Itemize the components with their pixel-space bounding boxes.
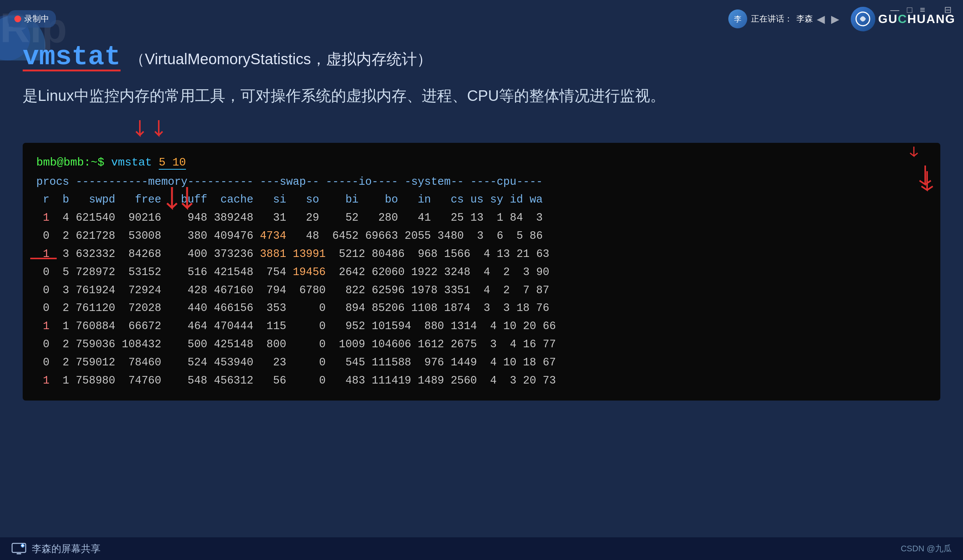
terminal-prompt-line: bmb@bmb:~$ vmstat 5 10: [36, 154, 927, 172]
table-row: 0 2 759012 78460 524 453940 23 0 545 111…: [36, 354, 927, 372]
table-row: 0 2 621728 53008 380 409476 4734 48 6452…: [36, 227, 927, 245]
title-subtitle: （VirtualMeomoryStatistics，虚拟内存统计）: [130, 49, 431, 70]
title-section: vmstat （VirtualMeomoryStatistics，虚拟内存统计）: [23, 42, 940, 73]
title-row: vmstat （VirtualMeomoryStatistics，虚拟内存统计）: [23, 42, 940, 73]
brand-logo: GUCHUANG: [851, 7, 955, 31]
brand-text: GUCHUANG: [878, 12, 955, 26]
bottom-left: 李森的屏幕共享: [11, 542, 101, 555]
table-row: 0 2 761120 72028 440 466156 353 0 894 85…: [36, 299, 927, 317]
vmstat-title-wrapper: vmstat: [23, 42, 120, 73]
recording-dot: [15, 16, 21, 22]
data-rows: 1 4 621540 90216 948 389248 31 29 52 280…: [36, 209, 927, 390]
table-row: 1 3 632332 84268 400 373236 3881 13991 5…: [36, 245, 927, 263]
table-row: 0 3 761924 72924 428 467160 794 6780 822…: [36, 282, 927, 299]
table-row: 1 4 621540 90216 948 389248 31 29 52 280…: [36, 209, 927, 227]
table-row: 1 1 760884 66672 464 470444 115 0 952 10…: [36, 317, 927, 335]
brand-suffix: HUANG: [908, 12, 955, 26]
svg-rect-4: [17, 553, 21, 554]
description-text: 是Linux中监控内存的常用工具，可对操作系统的虚拟内存、进程、CPU等的整体情…: [23, 84, 940, 107]
presenter-info: 李 正在讲话： 李森 ◀ ▶: [728, 10, 840, 28]
terminal-args: 5 10: [159, 156, 186, 170]
presenter-name: 李森: [796, 13, 813, 24]
table-row: 1 1 758980 74760 548 456312 56 0 483 111…: [36, 372, 927, 390]
terminal-prompt: bmb@bmb:~$: [36, 156, 104, 169]
brand-logo-icon: [851, 7, 875, 31]
presenter-prefix: 正在讲话：: [751, 13, 793, 24]
bottom-right-watermark: CSDN @九瓜: [901, 543, 952, 554]
bottom-bar: 李森的屏幕共享 CSDN @九瓜: [0, 537, 963, 560]
screen-share-label: 李森的屏幕共享: [32, 542, 101, 555]
arrow-area: [23, 118, 940, 141]
vmstat-title: vmstat: [23, 42, 120, 73]
top-bar: 录制中 李 正在讲话： 李森 ◀ ▶ GUCHUANG: [0, 0, 963, 38]
prev-icon[interactable]: ◀: [817, 13, 825, 25]
table-row: 0 5 728972 53152 516 421548 754 19456 26…: [36, 263, 927, 282]
terminal-header: procs -----------memory---------- ---swa…: [36, 173, 927, 191]
screen-share-icon: [11, 542, 26, 555]
terminal-command: vmstat: [111, 156, 159, 169]
terminal-col-headers: r b swpd free buff cache si so bi bo in …: [36, 191, 927, 209]
table-row: 0 2 759036 108432 500 425148 800 0 1009 …: [36, 335, 927, 354]
terminal-window: bmb@bmb:~$ vmstat 5 10 procs -----------…: [23, 143, 940, 401]
presenter-controls: ◀ ▶: [817, 13, 840, 25]
main-content: vmstat （VirtualMeomoryStatistics，虚拟内存统计）…: [23, 42, 940, 401]
brand-prefix: GU: [878, 12, 898, 26]
arrow-decoration: [23, 118, 212, 141]
recording-badge: 录制中: [8, 10, 56, 28]
recording-label: 录制中: [24, 13, 49, 24]
next-icon[interactable]: ▶: [831, 13, 840, 25]
brand-accent: C: [898, 12, 908, 26]
top-right-area: 李 正在讲话： 李森 ◀ ▶ GUCHUANG: [728, 7, 955, 31]
avatar: 李: [728, 10, 747, 28]
